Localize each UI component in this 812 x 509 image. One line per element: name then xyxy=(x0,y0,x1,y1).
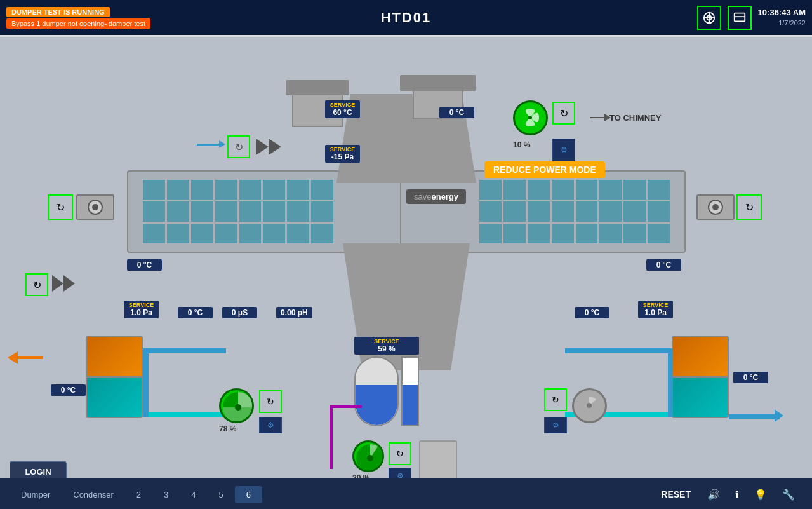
tab-5[interactable]: 5 xyxy=(208,486,235,503)
temp-mid-right-display: 0 °C xyxy=(575,307,609,318)
chimney-fan[interactable] xyxy=(513,100,548,135)
right-motor xyxy=(696,194,735,220)
flow-arrowhead xyxy=(219,140,225,148)
wrench-icon-btn[interactable]: 🔧 xyxy=(775,485,802,505)
fan-percent: 10 % xyxy=(513,140,530,149)
service-temp1-display: SERVICE 60 °C xyxy=(325,100,360,118)
temp-cold-right-display: 0 °C xyxy=(733,372,768,383)
auth-buttons: LOGIN LOGOUT xyxy=(10,461,67,478)
pipe-right-in-arrow xyxy=(775,409,783,422)
svg-point-13 xyxy=(367,455,373,461)
tab-2[interactable]: 2 xyxy=(125,486,152,503)
pipe-left-upper xyxy=(143,348,226,353)
clock-display: 10:36:43 AM 1/7/2022 xyxy=(758,8,806,27)
pump3-settings[interactable]: ⚙ xyxy=(544,417,567,433)
main-diagram: STAGE 1 STAGE 2 TO CHIMNEY SERVICE 60 °C xyxy=(0,37,812,478)
service-pressure-left-display: SERVICE 1.0 Pa xyxy=(124,301,159,318)
pipe-right-in xyxy=(729,414,780,419)
fan-settings-icon[interactable]: ⚙ xyxy=(552,139,575,161)
screen-icon-btn[interactable] xyxy=(728,6,752,30)
temp-left-upper-display: 0 °C xyxy=(127,259,162,271)
info-icon-btn[interactable]: ℹ xyxy=(728,485,747,505)
pump2-percent: 20 % xyxy=(352,473,384,478)
pipe-left-lower xyxy=(143,412,226,417)
svg-point-11 xyxy=(235,404,241,411)
chimney-label: TO CHIMNEY xyxy=(609,113,661,123)
pump2-settings[interactable]: ⚙ xyxy=(389,468,411,478)
footer: Dumper Condenser 2 3 4 5 6 RESET 🔊 ℹ 💡 🔧 xyxy=(0,478,812,509)
pump1-area: 78 % xyxy=(219,388,254,433)
tab-condenser[interactable]: Condenser xyxy=(62,486,125,503)
fan-control-icon[interactable]: ↻ xyxy=(552,102,575,125)
purple-pipe-horizontal xyxy=(330,405,362,408)
service-pressure1-display: SERVICE -15 Pa xyxy=(325,145,360,163)
pump1-settings[interactable]: ⚙ xyxy=(259,417,282,433)
header-alerts: DUMPER TEST IS RUNNING Bypass 1 dumper n… xyxy=(6,7,150,29)
ph-display: 0.00 pH xyxy=(276,307,312,318)
conductivity-display: 0 μS xyxy=(222,307,257,318)
pipe-right-vertical xyxy=(668,348,673,417)
warning-banner: Bypass 1 dumper not opening- damper test xyxy=(6,18,150,29)
svg-marker-6 xyxy=(269,139,281,155)
reset-button[interactable]: RESET xyxy=(652,485,700,503)
left-motor-box[interactable]: ↻ xyxy=(48,194,73,220)
svg-marker-5 xyxy=(256,139,269,155)
pump3-control-icon[interactable]: ↻ xyxy=(544,388,567,411)
chimney-arrowhead xyxy=(604,114,611,121)
temp-cond-display: 0 °C xyxy=(178,307,213,318)
left-heat-exchanger xyxy=(86,336,143,418)
pump3-circle[interactable] xyxy=(572,388,607,423)
save-energy-btn[interactable]: save energy xyxy=(406,189,466,204)
pump2-area: 20 % xyxy=(352,440,384,478)
right-heat-exchanger xyxy=(672,336,729,418)
tab-dumper[interactable]: Dumper xyxy=(10,486,62,503)
flow-arrow-left xyxy=(197,144,222,146)
tab-6[interactable]: 6 xyxy=(235,486,262,503)
tank-area: SERVICE 59 % xyxy=(354,337,419,426)
left-motor xyxy=(76,194,114,220)
pipe-right-upper xyxy=(565,348,670,353)
bulb-icon-btn[interactable]: 💡 xyxy=(747,485,775,505)
chimney-pipe-top xyxy=(400,75,476,91)
pump1-percent: 78 % xyxy=(219,424,254,433)
header-title: HTD01 xyxy=(381,10,432,26)
pump1-circle[interactable] xyxy=(219,388,254,423)
service-pressure-right-display: SERVICE 1.0 Pa xyxy=(638,301,673,318)
tab-4[interactable]: 4 xyxy=(180,486,207,503)
header-right: 10:36:43 AM 1/7/2022 xyxy=(697,6,806,30)
svg-marker-9 xyxy=(63,275,75,292)
temp-cold-left-display: 0 °C xyxy=(51,384,86,396)
right-motor-box[interactable]: ↻ xyxy=(736,194,762,220)
stage1-filters xyxy=(140,177,336,247)
speaker-icon-btn[interactable]: 🔊 xyxy=(700,485,728,505)
tab-3[interactable]: 3 xyxy=(152,486,180,503)
pump1-control-icon[interactable]: ↻ xyxy=(259,390,282,413)
temp-right-upper-display: 0 °C xyxy=(646,259,681,271)
home-icon-btn[interactable] xyxy=(697,6,721,30)
output-arrow xyxy=(8,351,43,364)
alert-banner: DUMPER TEST IS RUNNING xyxy=(6,7,110,17)
bypass-box xyxy=(419,440,457,478)
login-button[interactable]: LOGIN xyxy=(10,461,67,478)
reduce-power-btn[interactable]: REDUCE POWER MODE xyxy=(484,161,605,178)
svg-point-7 xyxy=(528,116,532,119)
svg-point-15 xyxy=(587,403,592,408)
pump2-circle[interactable] xyxy=(352,440,384,472)
pump2-control-icon[interactable]: ↻ xyxy=(389,442,411,465)
valve-upper xyxy=(256,139,281,158)
valve-icon-upper[interactable]: ↻ xyxy=(227,135,250,158)
purple-pipe-vertical xyxy=(330,405,333,469)
valve-left-lower xyxy=(52,275,75,294)
svg-marker-8 xyxy=(52,275,63,292)
valve-left-lower-box[interactable]: ↻ xyxy=(25,273,48,296)
chimney-temp-display: 0 °C xyxy=(439,107,474,118)
pipe-left-vertical xyxy=(143,348,149,417)
header: DUMPER TEST IS RUNNING Bypass 1 dumper n… xyxy=(0,0,812,35)
stage2-filters xyxy=(476,177,673,247)
inlet-pipe-cap xyxy=(286,80,349,95)
